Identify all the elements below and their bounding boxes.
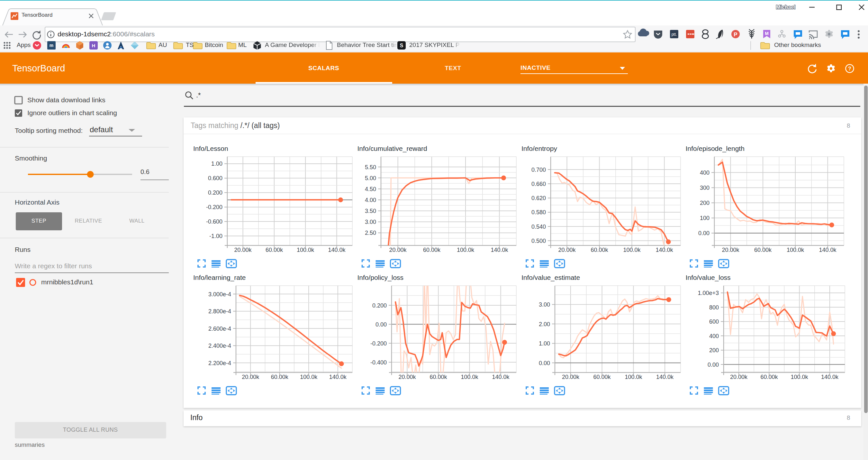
svg-text:Info/value_estimate: Info/value_estimate bbox=[522, 274, 580, 282]
svg-text:60.00k: 60.00k bbox=[266, 247, 283, 253]
svg-text:0.540: 0.540 bbox=[531, 224, 546, 230]
svg-text:-1.00: -1.00 bbox=[209, 233, 222, 239]
svg-text:0.200: 0.200 bbox=[372, 303, 387, 309]
svg-text:20.00k: 20.00k bbox=[722, 247, 739, 253]
svg-text:20.00k: 20.00k bbox=[730, 374, 748, 380]
svg-text:140.0k: 140.0k bbox=[491, 247, 508, 253]
svg-text:300: 300 bbox=[700, 185, 710, 191]
svg-text:1.00: 1.00 bbox=[211, 161, 222, 167]
svg-text:3.50: 3.50 bbox=[365, 208, 376, 214]
svg-text:Info/value_loss: Info/value_loss bbox=[686, 274, 731, 282]
svg-text:0.580: 0.580 bbox=[531, 209, 546, 215]
svg-text:60.00k: 60.00k bbox=[271, 374, 289, 380]
svg-text:100.0k: 100.0k bbox=[300, 374, 318, 380]
svg-text:0.00: 0.00 bbox=[698, 230, 710, 236]
svg-text:Info/Lesson: Info/Lesson bbox=[193, 145, 228, 152]
svg-text:Info/entropy: Info/entropy bbox=[522, 145, 557, 152]
svg-text:140.0k: 140.0k bbox=[328, 247, 346, 253]
svg-text:-0.400: -0.400 bbox=[370, 359, 387, 366]
svg-text:0.700: 0.700 bbox=[531, 167, 546, 173]
svg-text:1.00e+3: 1.00e+3 bbox=[698, 290, 719, 296]
svg-text:20.00k: 20.00k bbox=[562, 374, 580, 380]
svg-text:0.200: 0.200 bbox=[208, 190, 222, 196]
svg-text:140.0k: 140.0k bbox=[329, 374, 347, 380]
svg-text:-0.600: -0.600 bbox=[206, 219, 222, 225]
svg-text:2.600e-4: 2.600e-4 bbox=[208, 325, 231, 332]
svg-text:100.0k: 100.0k bbox=[297, 247, 314, 253]
svg-text:4.50: 4.50 bbox=[365, 186, 376, 192]
svg-text:140.0k: 140.0k bbox=[492, 374, 509, 380]
svg-text:100.0k: 100.0k bbox=[461, 374, 478, 380]
svg-text:3.00: 3.00 bbox=[539, 301, 550, 308]
svg-text:0.500: 0.500 bbox=[531, 238, 546, 244]
svg-text:20.00k: 20.00k bbox=[242, 374, 259, 380]
svg-text:100.0k: 100.0k bbox=[791, 374, 808, 380]
svg-text:Info/learning_rate: Info/learning_rate bbox=[193, 274, 246, 282]
svg-text:60.00k: 60.00k bbox=[591, 247, 608, 253]
svg-text:2.400e-4: 2.400e-4 bbox=[208, 343, 231, 349]
svg-text:2.00: 2.00 bbox=[539, 321, 550, 327]
svg-text:100.0k: 100.0k bbox=[787, 247, 804, 253]
svg-text:-0.200: -0.200 bbox=[206, 204, 222, 210]
svg-text:800: 800 bbox=[709, 304, 719, 311]
svg-text:4.00: 4.00 bbox=[365, 197, 376, 203]
svg-text:100.0k: 100.0k bbox=[623, 247, 641, 253]
svg-text:140.0k: 140.0k bbox=[655, 247, 673, 253]
svg-text:5.00: 5.00 bbox=[365, 175, 376, 181]
svg-text:2.800e-4: 2.800e-4 bbox=[208, 308, 231, 315]
svg-text:0.00: 0.00 bbox=[539, 360, 550, 366]
svg-text:140.0k: 140.0k bbox=[819, 247, 837, 253]
svg-text:3.000e-4: 3.000e-4 bbox=[208, 291, 231, 297]
svg-text:60.00k: 60.00k bbox=[423, 247, 441, 253]
svg-text:140.0k: 140.0k bbox=[821, 374, 839, 380]
svg-text:0.660: 0.660 bbox=[531, 181, 546, 187]
svg-text:140.0k: 140.0k bbox=[656, 374, 674, 380]
svg-text:2.50: 2.50 bbox=[365, 230, 376, 236]
svg-text:-0.200: -0.200 bbox=[370, 340, 387, 347]
svg-text:2.200e-4: 2.200e-4 bbox=[208, 360, 231, 366]
svg-text:100: 100 bbox=[700, 215, 710, 221]
svg-text:400: 400 bbox=[709, 333, 719, 339]
svg-text:100.0k: 100.0k bbox=[457, 247, 474, 253]
svg-text:20.00k: 20.00k bbox=[389, 247, 407, 253]
svg-text:20.00k: 20.00k bbox=[235, 247, 252, 253]
svg-text:1.00: 1.00 bbox=[539, 340, 550, 347]
svg-text:0.620: 0.620 bbox=[531, 195, 546, 201]
svg-text:200: 200 bbox=[709, 347, 719, 353]
svg-text:60.00k: 60.00k bbox=[754, 247, 772, 253]
svg-text:400: 400 bbox=[700, 170, 710, 176]
svg-text:Info/policy_loss: Info/policy_loss bbox=[358, 274, 404, 282]
svg-text:0.00: 0.00 bbox=[708, 362, 719, 368]
svg-text:Info/episode_length: Info/episode_length bbox=[686, 145, 745, 152]
svg-text:0.00: 0.00 bbox=[375, 321, 387, 328]
svg-text:20.00k: 20.00k bbox=[558, 247, 576, 253]
svg-text:5.50: 5.50 bbox=[365, 164, 376, 171]
svg-text:100.0k: 100.0k bbox=[625, 374, 642, 380]
svg-text:60.00k: 60.00k bbox=[760, 374, 778, 380]
svg-text:200: 200 bbox=[700, 200, 710, 206]
svg-text:Info/cumulative_reward: Info/cumulative_reward bbox=[358, 145, 427, 152]
svg-text:3.00: 3.00 bbox=[365, 219, 376, 225]
svg-text:600: 600 bbox=[709, 318, 719, 325]
svg-text:60.00k: 60.00k bbox=[593, 374, 611, 380]
svg-text:0.600: 0.600 bbox=[208, 175, 222, 181]
svg-text:60.00k: 60.00k bbox=[430, 374, 447, 380]
svg-text:20.00k: 20.00k bbox=[398, 374, 416, 380]
